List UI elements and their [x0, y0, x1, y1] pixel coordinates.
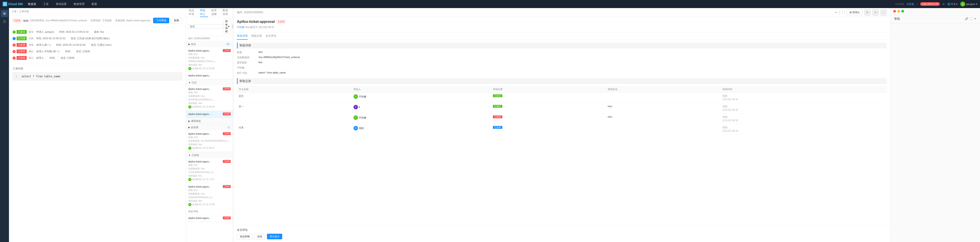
arrow-right-icon-3: ▶	[188, 126, 190, 129]
step-time-analyze: 时间: 2025-02-13 09:31:52	[36, 37, 65, 40]
btn-group-chat[interactable]: 发起群聊	[237, 234, 253, 239]
share-icon[interactable]: ⤴	[839, 11, 840, 14]
flow-name: 应用流程: 飞书流程	[91, 19, 111, 22]
step-analyze: ✓ 已完成 分析 时间: 2025-02-13 09:31:52 状态: 已完成…	[13, 35, 182, 42]
step-dot-execute: ✗	[13, 56, 16, 60]
tab-data-mgmt[interactable]: 数据管理	[223, 8, 230, 17]
step-time-confirm: 时间:	[65, 50, 71, 53]
ticket-item-mine-2[interactable]: Apifox-ticket-appro... 已拒绝	[186, 111, 233, 118]
tab-full-comments[interactable]: 全文评论	[266, 33, 276, 40]
table-row: 结束 系 系统 已来来 周期2月13日 09:32	[237, 124, 887, 135]
result-tag-first: 已通过	[493, 105, 502, 108]
sql-content[interactable]: select * from table_name	[21, 75, 60, 78]
link-icon[interactable]: 🔗	[965, 17, 968, 21]
close-detail-button[interactable]: ✕	[872, 10, 879, 16]
approval-records-title: 审批记录	[237, 78, 887, 84]
more-button[interactable]: ⋯	[880, 10, 887, 16]
chevron-down-icon: ▾	[956, 3, 958, 6]
ticket-meta-pending-1: 标题: test 目标数据源: /my-499691e40p581371/tes…	[188, 53, 231, 70]
nav-query[interactable]: 查询设置	[54, 0, 68, 8]
ticket-tag-initiated-2: 已拒绝	[223, 185, 231, 188]
user-menu[interactable]: g gwegvw ▾	[960, 2, 977, 6]
edit-icon[interactable]: ✏	[835, 11, 837, 14]
step-indicator-approval: ✗ 已拒绝	[13, 43, 26, 47]
expand-icon[interactable]: ⛶	[842, 11, 845, 14]
detail-fields-grid: 标题 test 目标数据源 /my-499691e40p581371/test_…	[237, 51, 887, 75]
label-sql: 执行 SQL	[237, 71, 255, 75]
close-icon[interactable]: ✕	[974, 17, 977, 21]
expand-icon-2[interactable]: ⛶	[970, 17, 973, 21]
ticket-item-forwarded-1[interactable]: Apifox-ticket-appro... 已拒绝 标题: test 目标数据…	[186, 131, 233, 152]
ticket-tag-pending-1: 已拒绝	[223, 49, 231, 52]
forwarded-count: 1	[227, 126, 231, 129]
tab-approval-records[interactable]: 审批记录	[251, 33, 262, 40]
search-input[interactable]	[188, 24, 223, 29]
far-right-body	[891, 23, 980, 242]
nav-tools[interactable]: 工具	[41, 0, 51, 8]
section-header-forwarded[interactable]: ▶ 抄送我 1	[186, 124, 233, 131]
section-title-mine: ▼ 已办	[188, 81, 197, 84]
language-selector[interactable]: 🌐 中文 ▾	[947, 2, 958, 6]
step-confirm: ✗ 已拒绝 确认 处理人:不吃糖 (第一): 时间: 状态: 已拒绝	[13, 48, 182, 55]
step-handler-approval: 处理人(第一):	[36, 43, 51, 46]
logo-text: Cloud DM	[8, 2, 23, 6]
order-number: 编号: 2025010300002	[186, 36, 233, 41]
nav-config[interactable]: 配置	[90, 0, 99, 8]
alert-badge[interactable]: 迁移1185/14小时	[920, 2, 940, 6]
tab-approval-center[interactable]: 审批中心	[200, 8, 208, 17]
ticket-item-pending-2[interactable]: Apifox-ticket-appro...	[186, 72, 233, 79]
ticket-avatar-initiated-2: 不	[188, 203, 191, 206]
person-submit: 不 不吃糖	[352, 92, 492, 103]
ticket-list: ▶ 待办 37 Apifox-ticket-appro... 已拒绝 标题: t…	[186, 41, 233, 242]
refresh-button[interactable]: 刷新	[171, 18, 182, 24]
withdraw-button[interactable]: 飞书审批	[153, 18, 169, 23]
node-first: 第一	[237, 103, 352, 114]
tab-approval-detail[interactable]: 审批详情	[237, 33, 248, 40]
maximize-window-btn[interactable]	[901, 10, 904, 13]
workflow-header: 已拒绝 test DB实例/库名: /my-499691e40p581371/t…	[9, 15, 186, 26]
section-header-mine[interactable]: ▼ 已办	[186, 80, 233, 86]
ticket-meta-forwarded-1: 标题: test 目标数据源: /my-9e44fc6b0c2b86/test_…	[188, 135, 231, 150]
btn-resubmit[interactable]: 再次提交	[267, 234, 282, 239]
nav-datasource[interactable]: 数据源	[26, 0, 38, 8]
ticket-item-initiated-2[interactable]: Apifox-ticket-appro... 已拒绝 标题: test 目标数据…	[186, 183, 233, 209]
section-header-pending[interactable]: ▶ 待办 37	[186, 41, 233, 47]
filter-button[interactable]: 所有流程 ▾	[224, 19, 231, 34]
tab-efficiency[interactable]: 效率诊断	[212, 8, 219, 17]
ticket-tag-initiated-4: 已拒绝	[223, 217, 231, 220]
order-num-label: 编号: 2025010300002	[237, 11, 263, 14]
workflow-status-tag: 已拒绝	[13, 19, 22, 22]
step-time-submit: 时间: 2025-02-13 09:31:42	[59, 30, 89, 33]
result-tag-submit: 已提交	[493, 94, 502, 97]
refresh-detail-button[interactable]: ↻	[864, 10, 870, 16]
ticket-title-mine-1: Apifox-ticket-appro... 已拒绝	[188, 88, 231, 90]
ticket-item-initiated-4[interactable]: Apifox-ticket-appro... 已拒绝	[186, 215, 233, 222]
far-right-header: 审批 🔗 ⛶ ✕	[891, 14, 980, 23]
sidebar-item-list[interactable]: ☰	[1, 18, 8, 25]
tab-initiate[interactable]: 发起申请	[189, 8, 196, 17]
breadcrumb-item-workflow[interactable]: 工单	[12, 10, 17, 13]
ticket-item-mine-1[interactable]: Apifox-ticket-appro... 已拒绝 标题: test 目标数据…	[186, 86, 233, 111]
ticket-item-initiated-1[interactable]: Apifox-ticket-appro... 已拒绝 标题: test 目标数据…	[186, 158, 233, 183]
ticket-item-pending-1[interactable]: Apifox-ticket-appro... 已拒绝 标题: test 目标数据…	[186, 47, 233, 72]
step-submit: ✓ 已提交 提交 申请人: gwegvw 时间: 2025-02-13 09:3…	[13, 29, 182, 35]
ticket-meta-initiated-1: 标题: test 目标数据源: /my-7110c4580a22b7/test_…	[188, 163, 231, 181]
section-header-shortcuts[interactable]: ▶ 通用审批	[186, 118, 233, 124]
avatar-first: if	[353, 105, 358, 109]
btn-forward[interactable]: 抄送	[255, 234, 265, 239]
nav-data-mgmt[interactable]: 数据管理	[72, 0, 86, 8]
manage-console-button[interactable]: ⊞ 管理台	[846, 10, 862, 15]
window-controls	[891, 8, 980, 14]
step-label-confirm: 确认	[29, 50, 33, 53]
arrow-down-icon-2: ▼	[188, 154, 191, 157]
collapse-nav-item[interactable]: 收起导航	[186, 209, 233, 215]
section-header-initiated[interactable]: ▼ 已发起	[186, 152, 233, 158]
step-indicator-analyze: ✓ 已完成	[13, 37, 26, 40]
section-initiated: ▼ 已发起 Apifox-ticket-appro... 已拒绝 标题: tes…	[186, 152, 233, 222]
section-pending: ▶ 待办 37 Apifox-ticket-appro... 已拒绝 标题: t…	[186, 41, 233, 80]
label-desc: 需求描述	[237, 61, 255, 64]
close-window-btn[interactable]	[893, 10, 896, 13]
sidebar-item-workflow[interactable]: ⊞	[1, 10, 8, 17]
minimize-window-btn[interactable]	[897, 10, 900, 13]
pending-count: 37	[226, 43, 231, 46]
